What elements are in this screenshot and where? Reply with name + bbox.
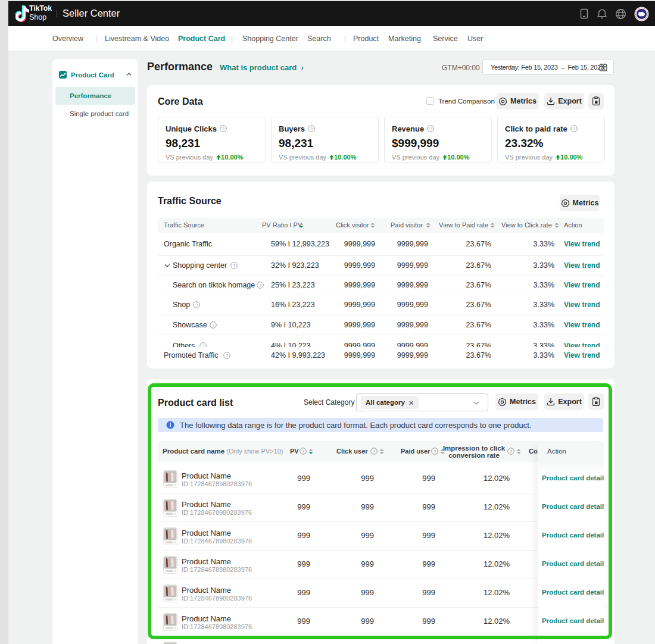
svg-text:?: ? <box>310 126 313 132</box>
svg-text:?: ? <box>429 126 432 132</box>
svg-text:?: ? <box>222 126 224 132</box>
svg-text:?: ? <box>233 263 235 268</box>
svg-text:?: ? <box>212 323 214 328</box>
svg-text:?: ? <box>573 126 575 132</box>
svg-text:?: ? <box>259 283 261 288</box>
svg-text:?: ? <box>195 302 198 308</box>
svg-text:?: ? <box>226 353 228 358</box>
